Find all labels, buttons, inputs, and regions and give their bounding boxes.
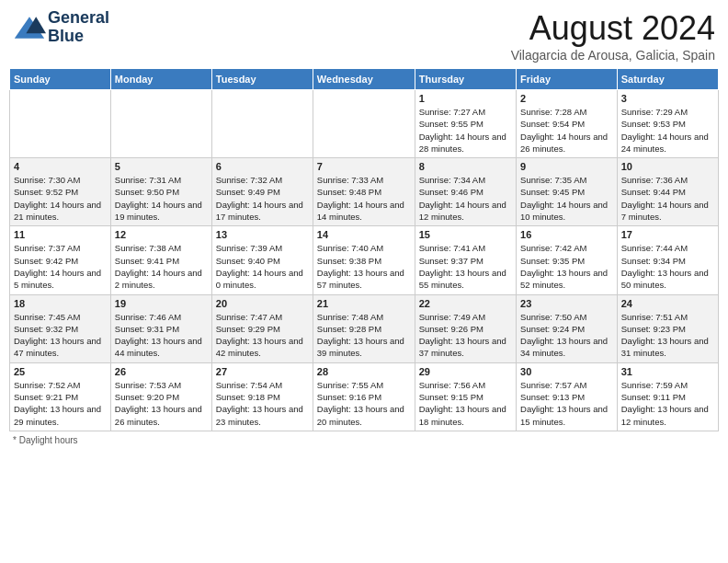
calendar-cell-w1d5: 2Sunrise: 7:28 AMSunset: 9:54 PMDaylight… [517,90,618,158]
calendar-cell-w2d6: 10Sunrise: 7:36 AMSunset: 9:44 PMDayligh… [617,158,718,226]
column-header-thursday: Thursday [415,69,516,90]
calendar-cell-w4d3: 21Sunrise: 7:48 AMSunset: 9:28 PMDayligh… [313,294,415,362]
day-number: 8 [419,161,512,172]
day-info: Sunrise: 7:50 AMSunset: 9:24 PMDaylight:… [520,311,613,360]
day-info: Sunrise: 7:59 AMSunset: 9:11 PMDaylight:… [621,379,714,428]
calendar-cell-w2d1: 5Sunrise: 7:31 AMSunset: 9:50 PMDaylight… [110,158,211,226]
day-number: 6 [216,161,309,172]
day-number: 22 [419,298,512,309]
day-info: Sunrise: 7:52 AMSunset: 9:21 PMDaylight:… [14,379,107,428]
day-number: 10 [621,161,714,172]
day-info: Sunrise: 7:55 AMSunset: 9:16 PMDaylight:… [317,379,411,428]
page-header: General Blue August 2024 Vilagarcia de A… [9,9,719,63]
day-number: 5 [115,161,208,172]
calendar-cell-w4d4: 22Sunrise: 7:49 AMSunset: 9:26 PMDayligh… [415,294,516,362]
day-number: 11 [14,229,107,240]
location-subtitle: Vilagarcia de Arousa, Galicia, Spain [511,48,715,63]
day-info: Sunrise: 7:56 AMSunset: 9:15 PMDaylight:… [419,379,512,428]
calendar-cell-w3d4: 15Sunrise: 7:41 AMSunset: 9:37 PMDayligh… [415,226,516,294]
day-number: 9 [520,161,613,172]
calendar-cell-w1d3 [313,90,415,158]
day-info: Sunrise: 7:32 AMSunset: 9:49 PMDaylight:… [216,174,309,223]
day-number: 16 [520,229,613,240]
calendar-cell-w3d6: 17Sunrise: 7:44 AMSunset: 9:34 PMDayligh… [617,226,718,294]
calendar-cell-w3d0: 11Sunrise: 7:37 AMSunset: 9:42 PMDayligh… [10,226,111,294]
calendar-cell-w5d0: 25Sunrise: 7:52 AMSunset: 9:21 PMDayligh… [10,362,111,431]
day-info: Sunrise: 7:38 AMSunset: 9:41 PMDaylight:… [115,242,208,291]
day-number: 23 [520,298,613,309]
footer-note: * Daylight hours [9,435,719,445]
footer-label: Daylight hours [19,435,78,445]
day-info: Sunrise: 7:37 AMSunset: 9:42 PMDaylight:… [14,242,107,291]
week-row-4: 18Sunrise: 7:45 AMSunset: 9:32 PMDayligh… [10,294,719,362]
day-info: Sunrise: 7:45 AMSunset: 9:32 PMDaylight:… [14,311,107,360]
day-number: 26 [115,366,208,377]
day-info: Sunrise: 7:30 AMSunset: 9:52 PMDaylight:… [14,174,107,223]
calendar-cell-w2d2: 6Sunrise: 7:32 AMSunset: 9:49 PMDaylight… [211,158,313,226]
day-info: Sunrise: 7:40 AMSunset: 9:38 PMDaylight:… [317,242,411,291]
day-number: 1 [419,93,512,104]
day-info: Sunrise: 7:44 AMSunset: 9:34 PMDaylight:… [621,242,714,291]
calendar-cell-w1d1 [110,90,211,158]
calendar-table: SundayMondayTuesdayWednesdayThursdayFrid… [9,68,719,431]
calendar-cell-w4d6: 24Sunrise: 7:51 AMSunset: 9:23 PMDayligh… [617,294,718,362]
day-info: Sunrise: 7:46 AMSunset: 9:31 PMDaylight:… [115,311,208,360]
day-number: 15 [419,229,512,240]
day-info: Sunrise: 7:54 AMSunset: 9:18 PMDaylight:… [216,379,309,428]
day-info: Sunrise: 7:39 AMSunset: 9:40 PMDaylight:… [216,242,309,291]
day-number: 7 [317,161,411,172]
column-header-monday: Monday [110,69,211,90]
day-info: Sunrise: 7:28 AMSunset: 9:54 PMDaylight:… [520,106,613,155]
day-number: 29 [419,366,512,377]
calendar-cell-w5d3: 28Sunrise: 7:55 AMSunset: 9:16 PMDayligh… [313,362,415,431]
column-header-saturday: Saturday [617,69,718,90]
calendar-cell-w2d4: 8Sunrise: 7:34 AMSunset: 9:46 PMDaylight… [415,158,516,226]
calendar-cell-w4d5: 23Sunrise: 7:50 AMSunset: 9:24 PMDayligh… [517,294,618,362]
calendar-cell-w3d2: 13Sunrise: 7:39 AMSunset: 9:40 PMDayligh… [211,226,313,294]
calendar-cell-w3d3: 14Sunrise: 7:40 AMSunset: 9:38 PMDayligh… [313,226,415,294]
logo: General Blue [13,9,109,46]
logo-icon [13,15,46,40]
day-number: 17 [621,229,714,240]
week-row-5: 25Sunrise: 7:52 AMSunset: 9:21 PMDayligh… [10,362,719,431]
day-info: Sunrise: 7:53 AMSunset: 9:20 PMDaylight:… [115,379,208,428]
day-info: Sunrise: 7:36 AMSunset: 9:44 PMDaylight:… [621,174,714,223]
calendar-body: 1Sunrise: 7:27 AMSunset: 9:55 PMDaylight… [10,90,719,431]
calendar-cell-w5d1: 26Sunrise: 7:53 AMSunset: 9:20 PMDayligh… [110,362,211,431]
day-info: Sunrise: 7:51 AMSunset: 9:23 PMDaylight:… [621,311,714,360]
calendar-cell-w3d5: 16Sunrise: 7:42 AMSunset: 9:35 PMDayligh… [517,226,618,294]
calendar-cell-w2d5: 9Sunrise: 7:35 AMSunset: 9:45 PMDaylight… [517,158,618,226]
day-number: 19 [115,298,208,309]
column-header-friday: Friday [517,69,618,90]
column-header-wednesday: Wednesday [313,69,415,90]
day-number: 2 [520,93,613,104]
month-title: August 2024 [511,9,715,48]
calendar-cell-w5d4: 29Sunrise: 7:56 AMSunset: 9:15 PMDayligh… [415,362,516,431]
calendar-cell-w2d3: 7Sunrise: 7:33 AMSunset: 9:48 PMDaylight… [313,158,415,226]
calendar-header: SundayMondayTuesdayWednesdayThursdayFrid… [10,69,719,90]
day-info: Sunrise: 7:41 AMSunset: 9:37 PMDaylight:… [419,242,512,291]
day-number: 30 [520,366,613,377]
logo-text: General Blue [48,9,109,46]
calendar-cell-w1d2 [211,90,313,158]
calendar-cell-w5d5: 30Sunrise: 7:57 AMSunset: 9:13 PMDayligh… [517,362,618,431]
week-row-1: 1Sunrise: 7:27 AMSunset: 9:55 PMDaylight… [10,90,719,158]
day-info: Sunrise: 7:42 AMSunset: 9:35 PMDaylight:… [520,242,613,291]
calendar-cell-w4d2: 20Sunrise: 7:47 AMSunset: 9:29 PMDayligh… [211,294,313,362]
day-number: 31 [621,366,714,377]
day-number: 25 [14,366,107,377]
day-info: Sunrise: 7:31 AMSunset: 9:50 PMDaylight:… [115,174,208,223]
calendar-cell-w1d0 [10,90,111,158]
day-info: Sunrise: 7:57 AMSunset: 9:13 PMDaylight:… [520,379,613,428]
calendar-cell-w1d4: 1Sunrise: 7:27 AMSunset: 9:55 PMDaylight… [415,90,516,158]
calendar-cell-w5d6: 31Sunrise: 7:59 AMSunset: 9:11 PMDayligh… [617,362,718,431]
day-number: 20 [216,298,309,309]
week-row-3: 11Sunrise: 7:37 AMSunset: 9:42 PMDayligh… [10,226,719,294]
day-number: 18 [14,298,107,309]
calendar-cell-w4d1: 19Sunrise: 7:46 AMSunset: 9:31 PMDayligh… [110,294,211,362]
day-info: Sunrise: 7:33 AMSunset: 9:48 PMDaylight:… [317,174,411,223]
calendar-cell-w1d6: 3Sunrise: 7:29 AMSunset: 9:53 PMDaylight… [617,90,718,158]
day-number: 21 [317,298,411,309]
calendar-cell-w3d1: 12Sunrise: 7:38 AMSunset: 9:41 PMDayligh… [110,226,211,294]
day-info: Sunrise: 7:35 AMSunset: 9:45 PMDaylight:… [520,174,613,223]
